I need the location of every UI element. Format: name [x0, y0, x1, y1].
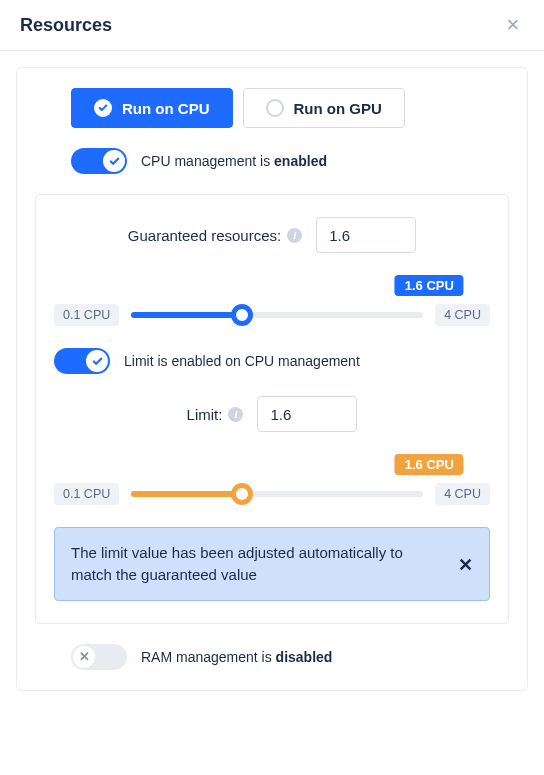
close-icon[interactable]: × — [502, 14, 524, 36]
limit-slider-wrap: 1.6 CPU 0.1 CPU 4 CPU — [54, 454, 490, 505]
guaranteed-slider[interactable] — [131, 312, 423, 318]
slider-min-tag: 0.1 CPU — [54, 304, 119, 326]
check-icon — [86, 350, 108, 372]
slider-max-tag: 4 CPU — [435, 483, 490, 505]
info-icon[interactable]: i — [287, 228, 302, 243]
limit-toggle[interactable] — [54, 348, 110, 374]
run-on-cpu-label: Run on CPU — [122, 100, 210, 117]
limit-label: Limit: — [187, 406, 223, 423]
guaranteed-field: Guaranteed resources: i — [54, 217, 490, 253]
slider-thumb[interactable] — [231, 483, 253, 505]
page-title: Resources — [20, 15, 112, 36]
run-on-gpu-label: Run on GPU — [294, 100, 382, 117]
run-on-cpu-button[interactable]: Run on CPU — [71, 88, 233, 128]
check-icon — [103, 150, 125, 172]
limit-toggle-row: Limit is enabled on CPU management — [54, 348, 490, 374]
guaranteed-label: Guaranteed resources: — [128, 227, 281, 244]
alert-text: The limit value has been adjusted automa… — [71, 542, 446, 586]
limit-slider[interactable] — [131, 491, 423, 497]
limit-tooltip: 1.6 CPU — [395, 454, 464, 475]
close-icon[interactable]: ✕ — [458, 552, 473, 578]
info-icon[interactable]: i — [228, 407, 243, 422]
ram-management-toggle[interactable]: ✕ — [71, 644, 127, 670]
resources-panel: Run on CPU Run on GPU CPU management is … — [16, 67, 528, 691]
limit-field: Limit: i — [54, 396, 490, 432]
radio-empty-icon — [266, 99, 284, 117]
cpu-management-label: CPU management is enabled — [141, 153, 327, 169]
guaranteed-slider-wrap: 1.6 CPU 0.1 CPU 4 CPU — [54, 275, 490, 326]
ram-management-toggle-row: ✕ RAM management is disabled — [71, 644, 509, 670]
limit-input[interactable] — [257, 396, 357, 432]
limit-alert: The limit value has been adjusted automa… — [54, 527, 490, 601]
x-icon: ✕ — [73, 646, 95, 668]
cpu-management-toggle[interactable] — [71, 148, 127, 174]
guaranteed-input[interactable] — [316, 217, 416, 253]
guaranteed-tooltip: 1.6 CPU — [395, 275, 464, 296]
run-on-gpu-button[interactable]: Run on GPU — [243, 88, 405, 128]
ram-management-label: RAM management is disabled — [141, 649, 332, 665]
slider-thumb[interactable] — [231, 304, 253, 326]
limit-toggle-label: Limit is enabled on CPU management — [124, 353, 360, 369]
cpu-block: Guaranteed resources: i 1.6 CPU 0.1 CPU … — [35, 194, 509, 624]
cpu-management-toggle-row: CPU management is enabled — [71, 148, 509, 174]
check-icon — [94, 99, 112, 117]
slider-max-tag: 4 CPU — [435, 304, 490, 326]
slider-min-tag: 0.1 CPU — [54, 483, 119, 505]
compute-mode-segment: Run on CPU Run on GPU — [71, 88, 509, 128]
